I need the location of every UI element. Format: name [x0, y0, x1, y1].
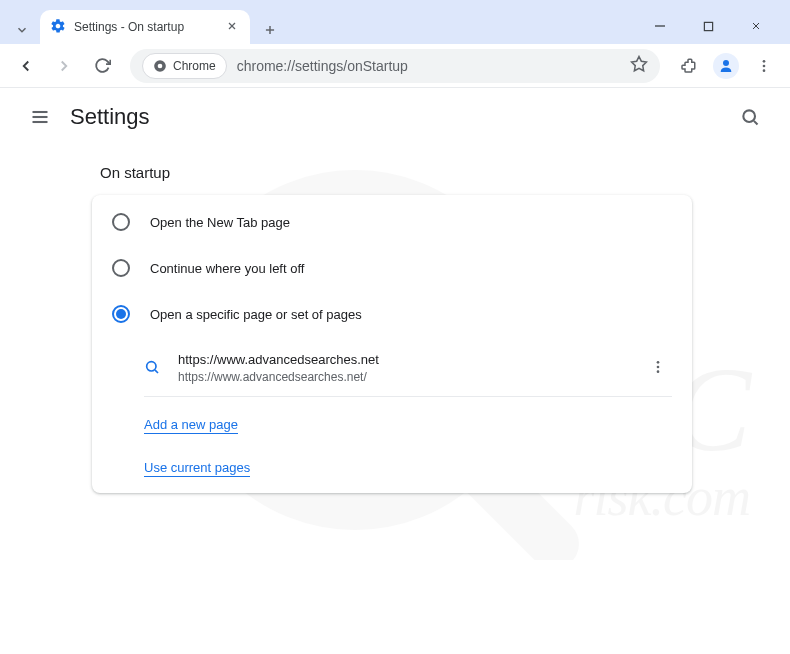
- section-title: On startup: [100, 164, 790, 181]
- svg-point-12: [763, 60, 766, 63]
- address-bar[interactable]: Chrome chrome://settings/onStartup: [130, 49, 660, 83]
- svg-marker-10: [632, 57, 647, 71]
- forward-button[interactable]: [48, 50, 80, 82]
- svg-rect-5: [704, 22, 712, 30]
- chrome-chip-label: Chrome: [173, 59, 216, 73]
- svg-point-11: [723, 60, 729, 66]
- window-controls: [642, 6, 782, 40]
- browser-tab[interactable]: Settings - On startup: [40, 10, 250, 44]
- svg-point-22: [657, 361, 660, 364]
- svg-line-21: [155, 370, 158, 373]
- add-page-row: Add a new page: [92, 403, 692, 446]
- radio-icon-selected: [112, 305, 130, 323]
- radio-label: Continue where you left off: [150, 261, 304, 276]
- startup-page-entry: https://www.advancedsearches.net https:/…: [144, 343, 672, 397]
- search-settings-button[interactable]: [730, 97, 770, 137]
- radio-label: Open a specific page or set of pages: [150, 307, 362, 322]
- page-entry-more-button[interactable]: [644, 353, 672, 384]
- profile-button[interactable]: [710, 50, 742, 82]
- radio-option-new-tab[interactable]: Open the New Tab page: [92, 199, 692, 245]
- radio-icon: [112, 259, 130, 277]
- minimize-button[interactable]: [642, 12, 678, 40]
- tab-search-dropdown[interactable]: [8, 16, 36, 44]
- radio-icon: [112, 213, 130, 231]
- bookmark-star-icon[interactable]: [630, 55, 648, 76]
- url-text: chrome://settings/onStartup: [237, 58, 408, 74]
- radio-label: Open the New Tab page: [150, 215, 290, 230]
- window-titlebar: Settings - On startup: [0, 0, 790, 44]
- on-startup-card: Open the New Tab page Continue where you…: [92, 195, 692, 493]
- page-entry-url: https://www.advancedsearches.net/: [178, 369, 626, 386]
- settings-content: On startup Open the New Tab page Continu…: [0, 164, 790, 493]
- page-title: Settings: [70, 104, 150, 130]
- new-tab-button[interactable]: [256, 16, 284, 44]
- tab-title: Settings - On startup: [74, 20, 216, 34]
- svg-line-19: [754, 121, 758, 125]
- close-window-button[interactable]: [738, 12, 774, 40]
- use-current-row: Use current pages: [92, 446, 692, 489]
- svg-point-9: [158, 63, 163, 68]
- page-entry-name: https://www.advancedsearches.net: [178, 351, 626, 369]
- extensions-button[interactable]: [672, 50, 704, 82]
- hamburger-menu-button[interactable]: [20, 97, 60, 137]
- maximize-button[interactable]: [690, 12, 726, 40]
- back-button[interactable]: [10, 50, 42, 82]
- svg-point-20: [147, 362, 156, 371]
- avatar: [713, 53, 739, 79]
- chrome-chip: Chrome: [142, 53, 227, 79]
- radio-option-continue[interactable]: Continue where you left off: [92, 245, 692, 291]
- add-new-page-link[interactable]: Add a new page: [144, 417, 238, 434]
- svg-point-13: [763, 64, 766, 67]
- browser-toolbar: Chrome chrome://settings/onStartup: [0, 44, 790, 88]
- close-tab-button[interactable]: [224, 18, 240, 37]
- svg-point-24: [657, 370, 660, 373]
- svg-point-23: [657, 366, 660, 369]
- svg-point-14: [763, 69, 766, 72]
- menu-button[interactable]: [748, 50, 780, 82]
- settings-header: Settings: [0, 88, 790, 146]
- chrome-logo-icon: [153, 59, 167, 73]
- reload-button[interactable]: [86, 50, 118, 82]
- gear-icon: [50, 18, 66, 37]
- radio-option-specific-pages[interactable]: Open a specific page or set of pages: [92, 291, 692, 337]
- search-icon: [144, 359, 160, 378]
- use-current-pages-link[interactable]: Use current pages: [144, 460, 250, 477]
- svg-point-18: [743, 110, 755, 122]
